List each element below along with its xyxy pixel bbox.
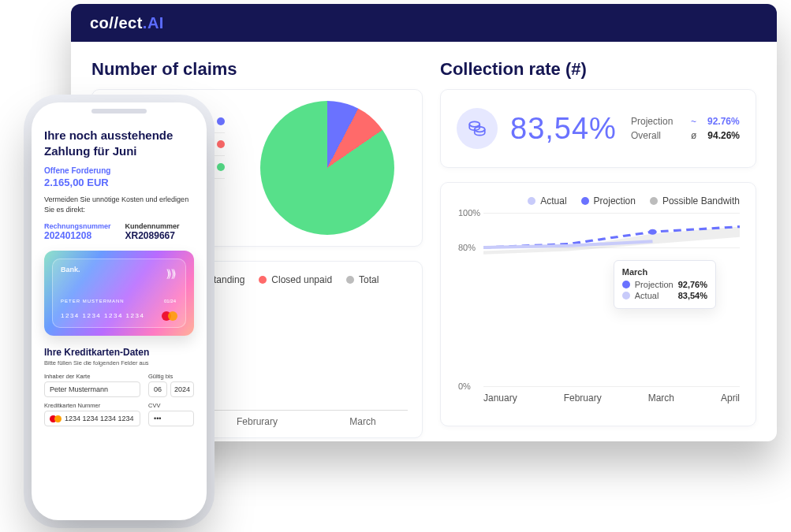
dot-icon <box>622 281 630 288</box>
phone-mockup: Ihre noch ausstehende Zahlung für Juni O… <box>32 102 207 520</box>
collection-rate-value: 83,54% <box>510 112 617 146</box>
logo-suffix: .AI <box>143 14 164 32</box>
dot-icon <box>217 163 225 171</box>
x-axis-labels: January February March April <box>457 392 740 404</box>
dashboard-header: co//ect.AI <box>71 4 777 42</box>
claims-pie-chart <box>260 101 394 235</box>
projection-value: 92.76% <box>707 116 740 127</box>
customer-number-label: Kundennummer <box>125 222 180 230</box>
cardnumber-input[interactable]: 1234 1234 1234 1234 <box>44 411 140 426</box>
overall-value: 94.26% <box>707 130 740 141</box>
legend-label: Total <box>359 274 379 285</box>
claims-title: Number of claims <box>91 59 423 80</box>
customer-number-value: XR2089667 <box>125 230 180 241</box>
legend-label: Actual <box>540 195 566 206</box>
xtick: February <box>564 392 602 404</box>
chart-tooltip: March Projection92,76% Actual83,54% <box>614 260 716 309</box>
cvv-field-label: CVV <box>148 402 194 409</box>
legend-label: Projection <box>594 195 636 206</box>
dot-icon <box>217 140 225 148</box>
rate-line-card: Actual Projection Possible Bandwith 100%… <box>440 182 756 426</box>
reference-row: Rechnungsnummer 202401208 Kundennummer X… <box>44 222 194 241</box>
credit-card-visual: Bank. ⸩⸩ PETER MUSTERMANN 01/24 1234 123… <box>44 251 194 336</box>
xtick: April <box>721 392 740 404</box>
card-number: 1234 1234 1234 1234 <box>61 312 144 319</box>
xtick: January <box>483 392 517 404</box>
mastercard-icon <box>162 311 177 321</box>
payment-hint: Vermeiden Sie unnötige Kosten und erledi… <box>44 195 194 214</box>
overall-label: Overall <box>631 130 680 141</box>
tooltip-value: 92,76% <box>678 280 707 289</box>
dot-icon <box>581 197 589 205</box>
dot-icon <box>217 117 225 125</box>
open-claim-amount: 2.165,00 EUR <box>44 177 194 188</box>
cardnumber-field-label: Kreditkarten Nummer <box>44 402 140 409</box>
dot-icon <box>259 276 267 284</box>
card-bank-label: Bank. <box>61 266 177 273</box>
projection-point-icon <box>648 229 656 235</box>
payment-heading: Ihre noch ausstehende Zahlung für Juni <box>44 128 194 158</box>
ytick: 0% <box>458 381 471 391</box>
rate-summary-card: 83,54% Projection ~ 92.76% Overall ø94.2… <box>440 89 756 168</box>
logo-text: co//ect <box>90 14 143 32</box>
mastercard-icon <box>50 415 62 422</box>
phone-notch-icon <box>91 109 147 113</box>
valid-year-input[interactable]: 2024 <box>170 381 194 397</box>
xtick: March <box>648 392 674 404</box>
card-form-sub: Bitte füllen Sie die folgenden Felder au… <box>44 359 194 366</box>
dot-icon <box>622 292 630 299</box>
card-holder-name: PETER MUSTERMANN <box>61 299 125 303</box>
contactless-icon: ⸩⸩ <box>166 267 176 280</box>
valid-field-label: Gültig bis <box>148 373 194 380</box>
legend-label: Closed unpaid <box>271 274 332 285</box>
cvv-input[interactable]: ••• <box>148 411 194 426</box>
ytick: 100% <box>458 208 480 218</box>
tooltip-label: Projection <box>635 280 673 289</box>
bandwidth-area <box>483 227 740 255</box>
rate-title: Collection rate (#) <box>440 59 756 80</box>
svg-point-0 <box>469 121 479 127</box>
tooltip-value: 83,54% <box>678 291 707 300</box>
card-expiry: 01/24 <box>164 299 176 303</box>
invoice-number-label: Rechnungsnummer <box>44 222 111 230</box>
line-legend: Actual Projection Possible Bandwith <box>457 195 740 206</box>
invoice-number-value: 202401208 <box>44 230 111 241</box>
holder-input[interactable]: Peter Mustermann <box>44 381 140 397</box>
dot-icon <box>528 197 535 205</box>
holder-field-label: Inhaber der Karte <box>44 373 140 380</box>
open-claim-label: Offene Forderung <box>44 166 194 175</box>
dot-icon <box>650 197 658 205</box>
legend-label: Possible Bandwith <box>662 195 740 206</box>
dot-icon <box>346 276 354 284</box>
projection-label: Projection <box>631 116 680 127</box>
valid-month-input[interactable]: 06 <box>148 381 167 397</box>
coins-icon <box>457 108 498 149</box>
tooltip-label: Actual <box>635 291 659 300</box>
brand-logo: co//ect.AI <box>90 14 164 32</box>
line-plot: 100% 80% 0% <box>483 213 740 386</box>
tooltip-title: March <box>622 267 707 277</box>
card-form-title: Ihre Kreditkarten-Daten <box>44 347 194 358</box>
ytick: 80% <box>458 243 476 252</box>
rate-side-stats: Projection ~ 92.76% Overall ø94.26% <box>631 113 740 144</box>
